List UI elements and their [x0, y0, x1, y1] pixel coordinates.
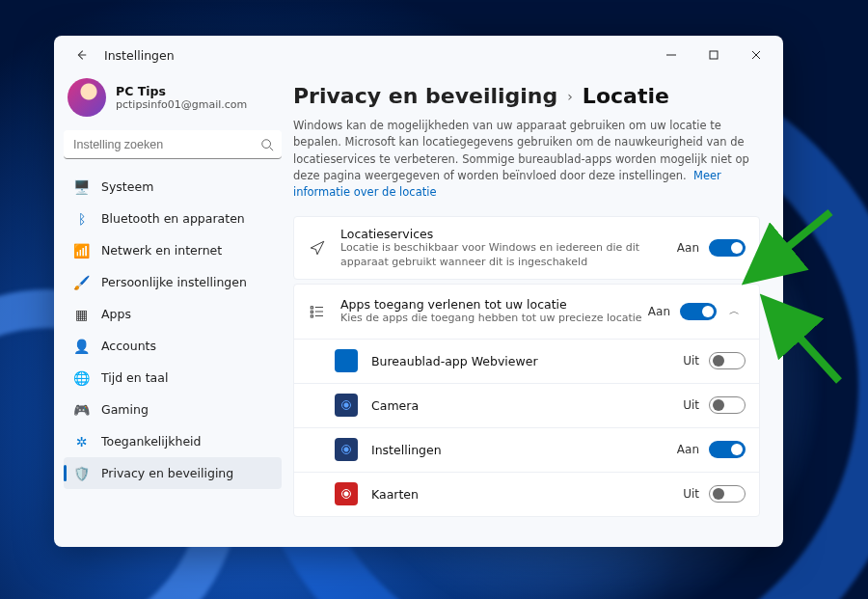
toggle-state: Uit: [683, 487, 699, 501]
app-icon-camera: [335, 394, 358, 417]
setting-title: Locatieservices: [340, 227, 677, 241]
sidebar-item-label: Tijd en taal: [101, 370, 168, 385]
chevron-right-icon: ›: [567, 89, 573, 104]
titlebar: Instellingen: [54, 36, 783, 74]
app-icon-maps: [335, 482, 358, 505]
page-description: Windows kan de mogelijkheden van uw appa…: [293, 118, 760, 201]
person-icon: 👤: [73, 338, 90, 354]
description-text: Windows kan de mogelijkheden van uw appa…: [293, 119, 749, 182]
toggle-state: Uit: [683, 354, 699, 368]
sidebar-item-gaming[interactable]: 🎮Gaming: [64, 394, 282, 425]
sidebar-item-bluetooth[interactable]: ᛒBluetooth en apparaten: [64, 203, 282, 234]
sidebar-item-accessibility[interactable]: ✲Toegankelijkheid: [64, 425, 282, 457]
profile-email: pctipsinfo01@gmail.com: [116, 98, 247, 111]
app-row: Instellingen Aan: [294, 427, 759, 472]
app-toggle-maps[interactable]: [709, 485, 746, 503]
app-row: Bureaublad-app Webviewer Uit: [294, 339, 759, 383]
bluetooth-icon: ᛒ: [73, 210, 90, 227]
shield-icon: 🛡️: [73, 465, 90, 481]
back-button[interactable]: [68, 41, 95, 68]
sidebar-item-label: Bluetooth en apparaten: [101, 211, 245, 226]
profile[interactable]: PC Tips pctipsinfo01@gmail.com: [64, 74, 282, 130]
setting-desc: Kies de apps die toegang hebben tot uw p…: [340, 312, 648, 325]
avatar: [68, 78, 106, 117]
sidebar-item-accounts[interactable]: 👤Accounts: [64, 330, 282, 362]
breadcrumb-parent[interactable]: Privacy en beveiliging: [293, 84, 557, 108]
app-name: Instellingen: [371, 443, 677, 457]
setting-row[interactable]: Locatieservices Locatie is beschikbaar v…: [294, 217, 759, 279]
app-toggle-camera[interactable]: [709, 396, 746, 414]
sidebar-item-label: Netwerk en internet: [101, 243, 222, 258]
svg-rect-1: [710, 51, 718, 59]
sidebar-item-label: Toegankelijkheid: [101, 434, 202, 449]
chevron-up-icon[interactable]: ︿: [722, 304, 746, 318]
setting-location-services: Locatieservices Locatie is beschikbaar v…: [293, 216, 760, 280]
svg-rect-4: [311, 307, 312, 309]
toggle-state: Uit: [683, 398, 699, 412]
minimize-button[interactable]: [650, 41, 692, 69]
brush-icon: 🖌️: [73, 274, 90, 290]
window-title: Instellingen: [104, 48, 175, 63]
sidebar-item-network[interactable]: 📶Netwerk en internet: [64, 234, 282, 266]
sidebar-item-label: Gaming: [101, 402, 149, 417]
wifi-icon: 📶: [73, 242, 90, 259]
main-content: Privacy en beveiliging › Locatie Windows…: [291, 74, 783, 547]
sidebar-item-apps[interactable]: ▦Apps: [64, 298, 282, 330]
location-services-toggle[interactable]: [709, 239, 746, 257]
nav-list: 🖥️Systeem ᛒBluetooth en apparaten 📶Netwe…: [64, 171, 282, 489]
sidebar-item-label: Systeem: [101, 179, 153, 194]
toggle-state: Aan: [648, 305, 670, 318]
app-toggle-webviewer[interactable]: [709, 352, 746, 369]
app-access-toggle[interactable]: [680, 303, 717, 320]
accessibility-icon: ✲: [73, 433, 90, 449]
globe-icon: 🌐: [73, 369, 90, 386]
sidebar-item-system[interactable]: 🖥️Systeem: [64, 171, 282, 203]
sidebar-item-personalization[interactable]: 🖌️Persoonlijke instellingen: [64, 266, 282, 298]
setting-row[interactable]: Apps toegang verlenen tot uw locatie Kie…: [294, 285, 759, 339]
setting-desc: Locatie is beschikbaar voor Windows en i…: [340, 241, 677, 269]
setting-title: Apps toegang verlenen tot uw locatie: [340, 297, 648, 312]
gamepad-icon: 🎮: [73, 401, 90, 418]
sidebar-item-privacy[interactable]: 🛡️Privacy en beveiliging: [64, 457, 282, 489]
search-input[interactable]: [64, 130, 282, 159]
svg-rect-6: [311, 315, 312, 317]
search-icon: [260, 137, 274, 155]
app-icon-webviewer: [335, 349, 358, 372]
svg-line-3: [270, 148, 274, 151]
sidebar: PC Tips pctipsinfo01@gmail.com 🖥️Systeem…: [54, 74, 291, 547]
search-box: [64, 130, 282, 159]
app-toggle-settings[interactable]: [709, 441, 746, 458]
app-icon-settings: [335, 438, 358, 461]
close-button[interactable]: [735, 41, 777, 69]
maximize-button[interactable]: [692, 41, 735, 69]
svg-rect-5: [311, 311, 312, 313]
svg-point-2: [262, 140, 271, 149]
breadcrumb: Privacy en beveiliging › Locatie: [293, 84, 760, 108]
app-row: Camera Uit: [294, 383, 759, 427]
app-name: Bureaublad-app Webviewer: [371, 354, 683, 368]
grid-icon: ▦: [73, 306, 90, 322]
app-name: Kaarten: [371, 487, 683, 502]
app-row: Kaarten Uit: [294, 472, 759, 516]
toggle-state: Aan: [677, 241, 699, 255]
monitor-icon: 🖥️: [73, 178, 90, 195]
sidebar-item-time[interactable]: 🌐Tijd en taal: [64, 362, 282, 394]
list-icon: [308, 303, 327, 320]
settings-window: Instellingen PC Tips pctipsinfo01@gmail.…: [54, 36, 783, 547]
app-name: Camera: [371, 398, 683, 413]
setting-app-access: Apps toegang verlenen tot uw locatie Kie…: [293, 284, 760, 517]
sidebar-item-label: Accounts: [101, 339, 156, 353]
sidebar-item-label: Privacy en beveiliging: [101, 466, 233, 480]
location-icon: [308, 239, 327, 257]
profile-name: PC Tips: [116, 84, 247, 98]
breadcrumb-current: Locatie: [583, 84, 669, 108]
toggle-state: Aan: [677, 443, 699, 456]
sidebar-item-label: Apps: [101, 307, 131, 321]
sidebar-item-label: Persoonlijke instellingen: [101, 275, 247, 289]
